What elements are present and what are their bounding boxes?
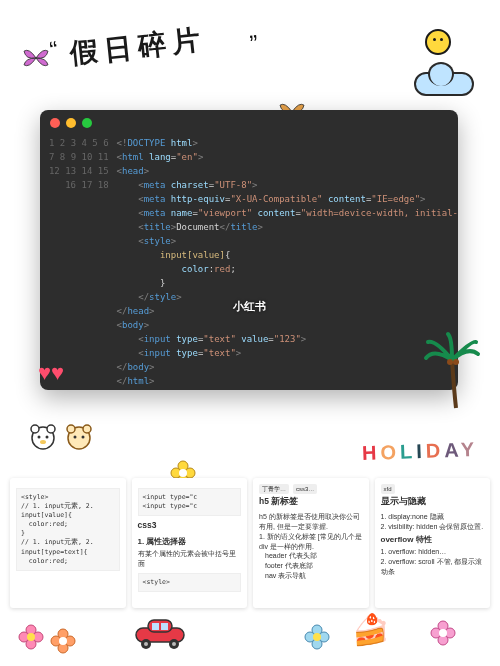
note-text: 1. display:none 隐藏	[381, 512, 485, 522]
cloud-icon	[414, 72, 474, 96]
note-text: 2. overflow: scroll 不管, 都显示滚动条	[381, 557, 485, 577]
svg-point-37	[439, 629, 447, 637]
note-heading: h5 新标签	[259, 496, 363, 508]
tab-item[interactable]: xfd	[381, 484, 395, 494]
svg-point-5	[38, 436, 41, 439]
note-heading: css3	[138, 520, 242, 532]
car-icon	[130, 616, 190, 652]
note-text: 2. visibility: hidden 会保留原位置.	[381, 522, 485, 532]
flower-icon	[430, 620, 456, 646]
note-subheading: overflow 特性	[381, 534, 485, 545]
note-text: nav 表示导航	[265, 571, 363, 581]
cake-icon: 🍰	[352, 612, 389, 647]
tab-item[interactable]: css3…	[293, 484, 317, 494]
butterfly-icon	[22, 46, 50, 70]
code-snippet: <style> // 1. input元素, 2. input[value]{ …	[16, 488, 120, 571]
note-subheading: 1. 属性选择器	[138, 536, 242, 547]
svg-point-0	[447, 359, 453, 365]
code-editor-window: 1 2 3 4 5 6 7 8 9 10 11 12 13 14 15 16 1…	[40, 110, 458, 390]
close-icon[interactable]	[50, 118, 60, 128]
flower-icon	[18, 624, 44, 650]
svg-point-3	[31, 425, 39, 433]
note-text: header 代表头部	[265, 551, 363, 561]
svg-point-43	[144, 642, 148, 646]
watermark-label: 小红书	[233, 300, 266, 314]
svg-point-4	[47, 425, 55, 433]
quote-close-icon: ”	[249, 30, 260, 59]
holiday-label: HOLIDAY	[361, 438, 478, 465]
svg-point-7	[40, 440, 46, 444]
palm-tree-icon	[422, 330, 482, 410]
svg-point-10	[83, 425, 91, 433]
page-title: 假日碎片	[68, 21, 207, 73]
note-text: 1. overflow: hidden…	[381, 547, 485, 557]
code-area[interactable]: 1 2 3 4 5 6 7 8 9 10 11 12 13 14 15 16 1…	[40, 136, 458, 388]
svg-point-1	[453, 359, 459, 365]
note-card[interactable]: <input type="c <input type="c css3 1. 属性…	[132, 478, 248, 608]
bear-icon	[26, 420, 60, 454]
note-thumbnails: <style> // 1. input元素, 2. input[value]{ …	[10, 478, 490, 608]
svg-point-27	[59, 637, 67, 645]
svg-point-6	[46, 436, 49, 439]
bear-icon	[62, 420, 96, 454]
code-content[interactable]: <!DOCTYPE html> <html lang="en"> <head> …	[117, 136, 458, 388]
tab-row: 丁青学… css3…	[259, 484, 363, 494]
note-card[interactable]: xfd 显示与隐藏 1. display:none 隐藏 2. visibili…	[375, 478, 491, 608]
code-snippet: <input type="c <input type="c	[138, 488, 242, 516]
svg-rect-40	[152, 623, 159, 630]
code-snippet: <style>	[138, 573, 242, 592]
note-card[interactable]: 丁青学… css3… h5 新标签 h5 的新标签是否使用取决你公司有用, 但是…	[253, 478, 369, 608]
minimize-icon[interactable]	[66, 118, 76, 128]
note-heading: 显示与隐藏	[381, 496, 485, 508]
svg-point-12	[82, 436, 85, 439]
svg-rect-39	[148, 620, 172, 632]
svg-point-9	[67, 425, 75, 433]
svg-point-32	[313, 633, 321, 641]
note-text: 有某个属性的元素会被中括号里面	[138, 549, 242, 569]
svg-point-17	[179, 469, 187, 477]
svg-rect-41	[161, 623, 168, 630]
note-text: footer 代表底部	[265, 561, 363, 571]
maximize-icon[interactable]	[82, 118, 92, 128]
flower-icon	[304, 624, 330, 650]
svg-point-11	[74, 436, 77, 439]
svg-point-45	[172, 642, 176, 646]
heart-icon: ♥♥	[38, 360, 64, 386]
note-text: h5 的新标签是否使用取决你公司有用, 但是一定要掌握.	[259, 512, 363, 532]
note-text: 1. 新的语义化标签 [常见的几个是 div 是一样的作用.	[259, 532, 363, 552]
flower-icon	[50, 628, 76, 654]
note-card[interactable]: <style> // 1. input元素, 2. input[value]{ …	[10, 478, 126, 608]
window-controls	[40, 110, 458, 136]
line-number-gutter: 1 2 3 4 5 6 7 8 9 10 11 12 13 14 15 16 1…	[44, 136, 117, 388]
svg-point-22	[27, 633, 35, 641]
sun-icon	[416, 22, 460, 66]
tab-item[interactable]: 丁青学…	[259, 484, 289, 494]
